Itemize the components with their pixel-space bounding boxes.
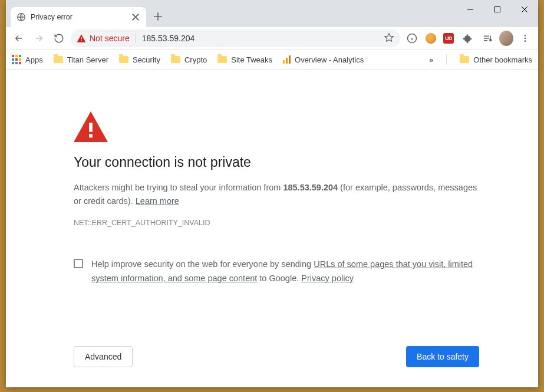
menu-button[interactable] — [517, 30, 533, 47]
svg-point-6 — [525, 35, 526, 37]
tab-privacy-error[interactable]: Privacy error — [11, 7, 146, 27]
action-buttons: Advanced Back to safety — [74, 339, 479, 370]
avatar-icon — [499, 31, 513, 46]
folder-icon — [119, 56, 128, 63]
profile-avatar[interactable] — [499, 31, 513, 45]
maximize-button[interactable] — [484, 0, 511, 19]
svg-rect-10 — [89, 134, 93, 138]
analytics-icon — [283, 55, 291, 64]
warning-triangle-icon — [77, 34, 86, 43]
new-tab-button[interactable] — [153, 12, 163, 21]
svg-point-8 — [525, 40, 526, 42]
reporting-optin: Help improve security on the web for eve… — [74, 258, 479, 286]
apps-label: Apps — [25, 55, 43, 64]
back-to-safety-button[interactable]: Back to safety — [406, 346, 479, 367]
site-info-button[interactable] — [404, 30, 420, 47]
apps-shortcut[interactable]: Apps — [12, 55, 43, 64]
apps-icon — [12, 55, 21, 64]
browser-window: Privacy error Not secure — [6, 0, 538, 387]
tab-title: Privacy error — [31, 13, 126, 21]
svg-rect-2 — [81, 37, 81, 39]
extensions-button[interactable] — [459, 30, 476, 47]
address-bar[interactable]: Not secure 185.53.59.204 — [71, 29, 400, 47]
bookmark-overflow-button[interactable]: » — [429, 55, 433, 64]
bookmark-titan-server[interactable]: Titan Server — [54, 55, 108, 64]
page-heading: Your connection is not private — [74, 154, 479, 170]
bookmarks-bar: Apps Titan Server Security Crypto Site T… — [6, 50, 538, 70]
warning-description: Attackers might be trying to steal your … — [74, 181, 479, 208]
error-code: NET::ERR_CERT_AUTHORITY_INVALID — [74, 219, 479, 227]
security-label: Not secure — [90, 34, 130, 43]
learn-more-link[interactable]: Learn more — [136, 196, 179, 206]
minimize-button[interactable] — [457, 0, 484, 19]
svg-point-7 — [525, 38, 526, 39]
optin-text: Help improve security on the web for eve… — [91, 258, 479, 286]
bookmark-analytics[interactable]: Overview - Analytics — [283, 55, 364, 64]
media-control-button[interactable] — [479, 30, 496, 47]
folder-icon — [54, 56, 63, 63]
svg-rect-1 — [495, 7, 500, 12]
url-text: 185.53.59.204 — [142, 34, 378, 43]
forward-button[interactable] — [31, 30, 47, 47]
bookmark-site-tweaks[interactable]: Site Tweaks — [217, 55, 272, 64]
folder-icon — [460, 56, 469, 63]
warning-triangle-icon — [74, 111, 107, 140]
advanced-button[interactable]: Advanced — [74, 346, 133, 367]
other-bookmarks[interactable]: Other bookmarks — [460, 55, 532, 64]
bookmark-crypto[interactable]: Crypto — [171, 55, 207, 64]
extension-ublock[interactable]: UD — [441, 31, 456, 45]
globe-icon — [17, 12, 26, 22]
svg-rect-3 — [81, 40, 81, 41]
privacy-policy-link[interactable]: Privacy policy — [301, 274, 354, 283]
tab-strip: Privacy error — [6, 0, 538, 27]
svg-point-5 — [490, 39, 492, 41]
bookmark-star-icon[interactable] — [384, 32, 394, 45]
toolbar: Not secure 185.53.59.204 UD — [6, 27, 538, 50]
shield-icon: UD — [443, 33, 454, 44]
folder-icon — [171, 56, 180, 63]
omnibox-divider — [136, 33, 136, 44]
svg-rect-9 — [89, 123, 93, 131]
window-controls — [457, 0, 538, 19]
close-window-button[interactable] — [511, 0, 538, 19]
reload-button[interactable] — [51, 30, 67, 47]
security-indicator[interactable]: Not secure — [77, 34, 130, 43]
optin-checkbox[interactable] — [74, 259, 83, 268]
bookmark-security[interactable]: Security — [119, 55, 160, 64]
cookie-icon — [426, 33, 436, 44]
close-tab-icon[interactable] — [131, 12, 140, 22]
extension-cookie[interactable] — [424, 31, 438, 45]
back-button[interactable] — [11, 30, 27, 47]
page-content: Your connection is not private Attackers… — [6, 70, 538, 387]
folder-icon — [217, 56, 227, 63]
